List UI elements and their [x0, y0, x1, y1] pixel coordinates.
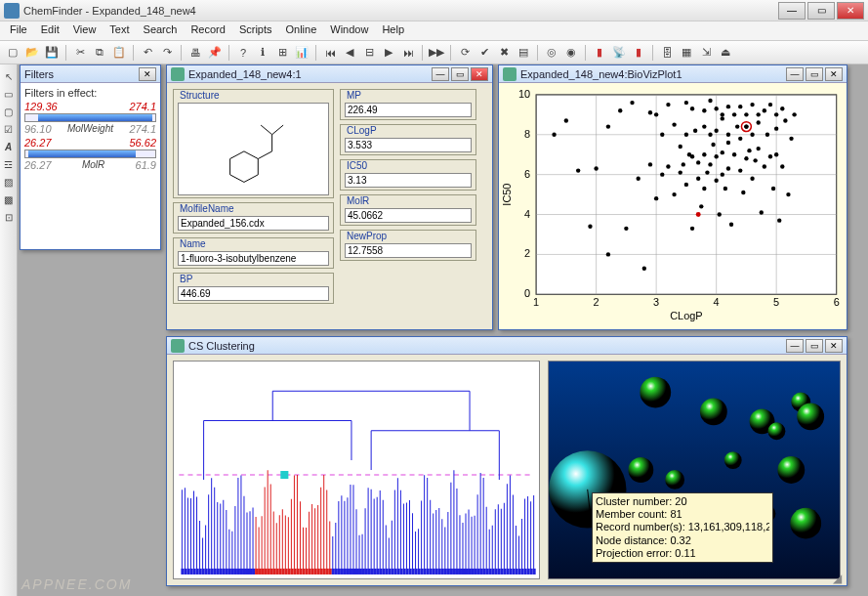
ic50-field[interactable] [345, 173, 472, 188]
first-record-icon[interactable]: ⏮ [321, 44, 339, 62]
refresh-icon[interactable]: ⟳ [456, 44, 474, 62]
paste-icon[interactable]: 📋 [110, 44, 128, 62]
record-min-icon[interactable]: — [432, 67, 449, 81]
play-icon[interactable]: ▶▶ [428, 44, 445, 62]
svg-rect-343 [491, 569, 494, 575]
check-icon[interactable]: ✔ [475, 44, 493, 62]
record-max-icon[interactable]: ▭ [451, 67, 469, 81]
undo-icon[interactable]: ↶ [139, 44, 156, 62]
svg-rect-335 [479, 569, 482, 575]
plot-min-icon[interactable]: — [786, 67, 804, 81]
svg-point-56 [684, 133, 688, 137]
last-record-icon[interactable]: ⏭ [399, 44, 417, 62]
copy-icon[interactable]: ⧉ [91, 44, 108, 62]
svg-rect-291 [415, 569, 418, 575]
db-icon[interactable]: 🗄 [658, 44, 676, 62]
color-tool-icon[interactable]: ▩ [1, 192, 17, 207]
svg-point-49 [666, 164, 670, 168]
menu-online[interactable]: Online [280, 21, 323, 40]
svg-rect-219 [309, 569, 311, 575]
svg-point-47 [660, 133, 664, 137]
menu-search[interactable]: Search [138, 21, 184, 40]
svg-rect-221 [311, 569, 314, 575]
svg-rect-365 [524, 569, 527, 575]
cluster-3d-view[interactable]: Cluster number: 20 Member count: 81 Reco… [548, 361, 841, 579]
print-icon[interactable]: 🖶 [186, 44, 204, 62]
new-icon[interactable]: ▢ [4, 44, 21, 62]
stop2-icon[interactable]: ▮ [630, 44, 647, 62]
menu-record[interactable]: Record [185, 21, 230, 40]
bp-field[interactable] [178, 286, 329, 301]
close-button[interactable]: ✕ [837, 2, 864, 20]
clust-min-icon[interactable]: — [786, 339, 804, 353]
delete-icon[interactable]: ✖ [495, 44, 513, 62]
molr-field[interactable] [345, 208, 472, 223]
mp-field[interactable] [345, 103, 472, 117]
text-tool-icon[interactable]: A [1, 139, 17, 154]
exit-icon[interactable]: ⏏ [717, 44, 734, 62]
svg-point-78 [714, 179, 718, 183]
name-field[interactable] [178, 251, 329, 266]
target2-icon[interactable]: ◉ [562, 44, 580, 62]
info-icon[interactable]: ℹ [254, 44, 271, 62]
box-icon[interactable]: ▭ [1, 86, 17, 102]
menu-help[interactable]: Help [376, 21, 410, 40]
svg-point-33 [588, 225, 592, 229]
menu-window[interactable]: Window [324, 21, 374, 40]
form-icon[interactable]: ⊞ [273, 44, 291, 62]
plot-close-icon[interactable]: ✕ [825, 67, 843, 81]
svg-rect-265 [376, 569, 379, 575]
chart-icon[interactable]: 📊 [293, 44, 310, 62]
svg-rect-169 [234, 569, 237, 575]
help-icon[interactable]: ? [234, 44, 252, 62]
stop-icon[interactable]: ▮ [591, 44, 608, 62]
svg-point-36 [606, 124, 610, 128]
table-icon[interactable]: ▦ [678, 44, 695, 62]
svg-rect-359 [515, 569, 517, 575]
image-tool-icon[interactable]: ▨ [1, 174, 17, 190]
broadcast-icon[interactable]: 📡 [610, 44, 628, 62]
newprop-field[interactable] [345, 243, 472, 258]
filter-molr[interactable]: 26.2756.62 26.27MolR61.9 [24, 137, 156, 171]
arrow-icon[interactable]: ↖ [1, 68, 17, 84]
dendrogram[interactable] [173, 361, 540, 579]
clust-close-icon[interactable]: ✕ [825, 339, 843, 353]
open-icon[interactable]: 📂 [23, 44, 41, 62]
redo-icon[interactable]: ↷ [158, 44, 176, 62]
clogp-field[interactable] [345, 138, 472, 152]
molr-label: MolR [345, 195, 472, 206]
export-icon[interactable]: ⇲ [697, 44, 715, 62]
resize-grip-icon[interactable]: ◢ [833, 572, 845, 583]
menu-view[interactable]: View [67, 21, 103, 40]
misc-tool-icon[interactable]: ⊡ [1, 209, 17, 225]
svg-point-64 [696, 160, 700, 164]
minimize-button[interactable]: — [778, 2, 806, 20]
layers-icon[interactable]: ☲ [1, 156, 17, 172]
svg-text:2: 2 [594, 296, 599, 308]
filters-close-icon[interactable]: ✕ [139, 67, 156, 81]
scatter-plot[interactable]: 1234560246810CLogPIC50 [499, 83, 847, 329]
frame-icon[interactable]: ▢ [1, 104, 17, 119]
menu-scripts[interactable]: Scripts [233, 21, 278, 40]
menu-text[interactable]: Text [103, 21, 135, 40]
menu-edit[interactable]: Edit [35, 21, 65, 40]
svg-rect-317 [453, 569, 456, 575]
clust-max-icon[interactable]: ▭ [806, 339, 823, 353]
menu-file[interactable]: File [4, 21, 33, 40]
check-tool-icon[interactable]: ☑ [1, 121, 17, 137]
grid-icon[interactable]: ▤ [515, 44, 532, 62]
record-close-icon[interactable]: ✕ [471, 67, 488, 81]
prev-record-icon[interactable]: ◀ [341, 44, 358, 62]
cut-icon[interactable]: ✂ [71, 44, 89, 62]
maximize-button[interactable]: ▭ [807, 2, 835, 20]
save-icon[interactable]: 💾 [43, 44, 61, 62]
pushpin-icon[interactable]: 📌 [206, 44, 224, 62]
next-record-icon[interactable]: ▶ [380, 44, 397, 62]
structure-canvas[interactable] [178, 103, 329, 195]
filter-molweight[interactable]: 129.36274.1 96.10MolWeight274.1 [24, 101, 156, 135]
molfilename-field[interactable] [178, 216, 329, 231]
record-list-icon[interactable]: ⊟ [360, 44, 378, 62]
plot-max-icon[interactable]: ▭ [806, 67, 823, 81]
target-icon[interactable]: ◎ [543, 44, 560, 62]
svg-point-112 [768, 103, 772, 106]
